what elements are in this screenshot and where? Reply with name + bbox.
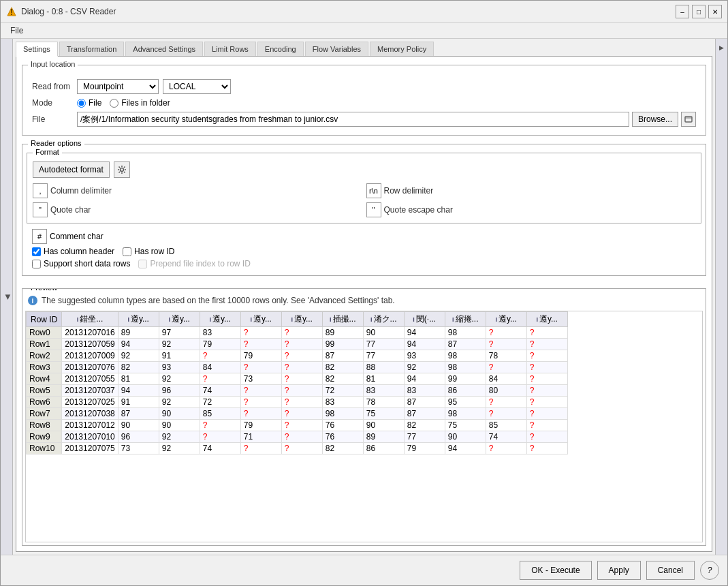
tab-transformation[interactable]: Transformation (59, 42, 125, 56)
tab-advanced-settings[interactable]: Advanced Settings (125, 42, 203, 56)
tab-settings[interactable]: Settings (16, 42, 58, 57)
row-delimiter-label: Row delimiter (384, 186, 434, 196)
quote-char-box[interactable]: " (33, 202, 48, 217)
file-icon-button[interactable] (681, 112, 696, 127)
prepend-file-index-label: Prepend file index to row ID (150, 259, 250, 268)
read-from-select[interactable]: Mountpoint Local URL (77, 79, 159, 94)
table-row: Row1020131207075739274??82867994?? (27, 443, 568, 454)
comment-char-box[interactable]: # (32, 229, 47, 244)
table-cell: 86 (363, 443, 404, 454)
app-icon: ! (6, 6, 17, 17)
close-button[interactable]: ✕ (708, 5, 722, 18)
table-cell: ? (526, 350, 567, 362)
table-cell: ? (281, 443, 322, 454)
input-location-title: Input location (28, 60, 78, 68)
mode-file-option[interactable]: File (77, 98, 101, 108)
mode-label: Mode (32, 98, 73, 108)
quote-escape-box[interactable]: " (366, 202, 381, 217)
table-cell: ? (281, 362, 322, 373)
right-strip-icon[interactable]: ▶ (719, 44, 724, 51)
read-from-second-select[interactable]: LOCAL RELATIVE (163, 79, 231, 94)
table-cell: 20131207037 (62, 385, 118, 397)
maximize-button[interactable]: □ (692, 5, 706, 18)
browse-button[interactable]: Browse... (632, 112, 678, 127)
quote-escape-label: Quote escape char (384, 205, 453, 215)
minimize-button[interactable]: – (676, 5, 689, 18)
row-id-cell: Row9 (27, 431, 62, 443)
table-cell: 90 (363, 420, 404, 431)
checkbox-row-2: Support short data rows Prepend file ind… (32, 259, 696, 268)
left-strip-text: ◀ (3, 294, 10, 300)
support-short-rows-label: Support short data rows (44, 259, 130, 268)
info-icon: i (28, 296, 37, 305)
has-row-id-option[interactable]: Has row ID (123, 247, 174, 256)
gear-button[interactable] (114, 161, 130, 178)
has-column-header-checkbox[interactable] (32, 247, 41, 256)
prepend-file-index-checkbox[interactable] (138, 260, 147, 268)
table-row: Row620131207025919272??83788795?? (27, 397, 568, 408)
mode-folder-radio[interactable] (110, 99, 118, 108)
table-row: Row4201312070558192?73?8281949984? (27, 373, 568, 385)
support-short-rows-checkbox[interactable] (32, 260, 41, 268)
table-cell: 98 (445, 327, 486, 339)
col-header-5: I 遵у... (281, 312, 322, 327)
table-cell: ? (281, 327, 322, 339)
table-cell: ? (486, 443, 526, 454)
svg-text:!: ! (10, 7, 12, 16)
table-cell: 92 (159, 339, 200, 350)
column-delimiter-label: Column delimiter (50, 186, 112, 196)
preview-table-container[interactable]: Row ID I 錯坐... I 遵у... I 遵у... I 遵у... I… (25, 311, 703, 542)
comment-char-row: # Comment char (32, 229, 696, 244)
has-column-header-option[interactable]: Has column header (32, 247, 114, 256)
table-cell: 81 (118, 373, 159, 385)
table-row: Row2201312070099291?79?8777939878? (27, 350, 568, 362)
table-cell: 73 (240, 373, 281, 385)
tab-encoding[interactable]: Encoding (257, 42, 304, 56)
table-cell: ? (486, 397, 526, 408)
table-cell: 83 (200, 327, 240, 339)
mode-folder-option[interactable]: Files in folder (110, 98, 170, 108)
table-cell: 20131207010 (62, 431, 118, 443)
tab-limit-rows[interactable]: Limit Rows (204, 42, 256, 56)
file-path-input[interactable] (77, 112, 629, 127)
row-delimiter-box[interactable]: r\n (366, 183, 381, 198)
preview-info-text: The suggested column types are based on … (42, 296, 395, 305)
table-row: Row9201312070109692?71?7689779074? (27, 431, 568, 443)
quote-char-item: " Quote char (33, 202, 362, 217)
bottom-bar: OK - Execute Apply Cancel ? (1, 555, 727, 585)
ok-execute-button[interactable]: OK - Execute (520, 561, 591, 580)
table-cell: 91 (159, 350, 200, 362)
autodetect-button[interactable]: Autodetect format (33, 161, 110, 178)
row-id-cell: Row2 (27, 350, 62, 362)
menu-file[interactable]: File (6, 25, 27, 37)
apply-button[interactable]: Apply (597, 561, 641, 580)
table-cell: ? (240, 397, 281, 408)
table-cell: ? (526, 373, 567, 385)
table-cell: 92 (159, 397, 200, 408)
column-delimiter-box[interactable]: , (33, 183, 48, 198)
table-cell: 94 (404, 339, 445, 350)
col-header-2: I 遵у... (159, 312, 200, 327)
cancel-button[interactable]: Cancel (646, 561, 695, 580)
table-cell: 98 (445, 362, 486, 373)
table-cell: 85 (200, 408, 240, 420)
table-cell: 84 (200, 362, 240, 373)
table-cell: ? (240, 385, 281, 397)
support-short-rows-option[interactable]: Support short data rows (32, 259, 130, 268)
right-panel-strip: ▶ (715, 39, 727, 555)
table-cell: ? (200, 373, 240, 385)
table-cell: 77 (363, 339, 404, 350)
prepend-file-index-option[interactable]: Prepend file index to row ID (138, 259, 250, 268)
table-cell: 20131207076 (62, 362, 118, 373)
title-bar: ! Dialog - 0:8 - CSV Reader – □ ✕ (1, 1, 727, 23)
help-button[interactable]: ? (700, 561, 719, 580)
mode-file-radio[interactable] (77, 99, 86, 108)
tab-flow-variables[interactable]: Flow Variables (305, 42, 368, 56)
tab-memory-policy[interactable]: Memory Policy (370, 42, 434, 56)
row-id-cell: Row8 (27, 420, 62, 431)
table-row: Row8201312070129090?79?7690827585? (27, 420, 568, 431)
table-cell: 89 (363, 431, 404, 443)
col-header-3: I 遵у... (200, 312, 240, 327)
table-cell: 77 (404, 431, 445, 443)
has-row-id-checkbox[interactable] (123, 247, 131, 256)
